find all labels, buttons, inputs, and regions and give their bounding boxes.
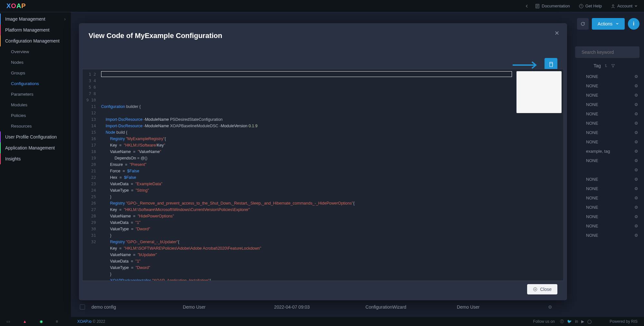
row-owner: Demo User (457, 304, 548, 310)
footer: ▭ ▲ ◉ ≡ XOAP.io © 2022 Follow us on ⓕ 🐦 … (0, 317, 644, 326)
code-editor[interactable]: 1 2 3 4 5 6 7 8 9 10 11 12 13 14 15 16 1… (82, 69, 564, 281)
nav-parameters[interactable]: Parameters (0, 89, 71, 100)
table-row[interactable]: NONE⚙ (585, 175, 639, 184)
help-icon (579, 4, 583, 8)
line-numbers: 1 2 3 4 5 6 7 8 9 10 11 12 13 14 15 16 1… (82, 69, 99, 281)
row-name: demo config (91, 304, 183, 310)
row-settings-icon[interactable]: ⚙ (634, 224, 638, 228)
table-row[interactable]: NONE⚙ (585, 156, 639, 165)
nav-modules[interactable]: Modules (0, 100, 71, 110)
table-row[interactable]: NONE⚙ (585, 81, 639, 91)
modal-title: View Code of MyExample Configuration (89, 32, 557, 40)
row-settings-icon[interactable]: ⚙ (634, 102, 638, 107)
table-row[interactable]: ⚙ (585, 165, 639, 175)
search-input[interactable] (575, 46, 639, 58)
row-settings-icon[interactable]: ⚙ (634, 196, 638, 200)
row-settings-icon[interactable]: ⚙ (634, 205, 638, 210)
row-settings-icon[interactable]: ⚙ (634, 93, 638, 98)
row-checkbox[interactable] (80, 304, 85, 310)
table-row[interactable]: NONE⚙ (585, 221, 639, 231)
table-row[interactable]: NONE⚙ (585, 91, 639, 100)
table-row[interactable]: example, tag⚙ (585, 147, 639, 156)
row-user: Demo User (183, 304, 274, 310)
footer-icon-2[interactable]: ▲ (23, 319, 27, 324)
linkedin-icon[interactable]: in (575, 319, 578, 324)
twitter-icon[interactable]: 🐦 (567, 319, 572, 324)
close-button[interactable]: Close (527, 284, 557, 294)
info-button[interactable]: i (628, 18, 639, 30)
footer-link[interactable]: XOAP.io (77, 319, 91, 324)
sort-icon[interactable] (604, 64, 608, 68)
refresh-icon (580, 21, 585, 26)
table-row[interactable]: NONE⚙ (585, 100, 639, 109)
row-settings-icon[interactable]: ⚙ (634, 177, 638, 182)
svg-rect-4 (550, 63, 553, 67)
table-row[interactable]: demo config Demo User 2022-04-07 09:03 C… (80, 302, 639, 312)
row-settings-icon[interactable]: ⚙ (634, 149, 638, 154)
nav-overview[interactable]: Overview (0, 46, 71, 57)
logo: XOAP (6, 2, 26, 10)
get-help-link[interactable]: Get Help (579, 4, 602, 8)
row-settings-icon[interactable]: ⚙ (634, 214, 638, 219)
chevron-down-icon (616, 22, 619, 25)
powered-by: Powered by RIS (610, 319, 638, 324)
nav-policies[interactable]: Policies (0, 110, 71, 121)
nav-configurations[interactable]: Configurations (0, 78, 71, 89)
footer-icon-4[interactable]: ≡ (56, 319, 58, 324)
view-code-modal: View Code of MyExample Configuration ✕ 1… (79, 23, 567, 300)
row-settings-icon[interactable]: ⚙ (634, 121, 638, 126)
row-settings-icon[interactable]: ⚙ (634, 83, 638, 88)
refresh-button[interactable] (577, 18, 589, 30)
modal-close-icon[interactable]: ✕ (554, 30, 559, 37)
actions-button[interactable]: Actions (592, 18, 625, 30)
row-settings-icon[interactable]: ⚙ (634, 111, 638, 116)
row-settings-icon[interactable]: ⚙ (634, 139, 638, 144)
user-icon (611, 4, 615, 8)
row-settings-icon[interactable]: ⚙ (634, 186, 638, 191)
row-type: ConfigurationWizard (365, 304, 457, 310)
nav-user-profile[interactable]: User Profile Configuration (0, 131, 71, 142)
table-row[interactable]: NONE⚙ (585, 231, 639, 240)
nav-groups[interactable]: Groups (0, 68, 71, 78)
table-row[interactable]: NONE⚙ (585, 119, 639, 128)
row-settings-icon[interactable]: ⚙ (634, 233, 638, 238)
row-settings-icon[interactable]: ⚙ (634, 130, 638, 135)
youtube-icon[interactable]: ▶ (581, 319, 584, 324)
row-settings-icon[interactable]: ⚙ (634, 168, 638, 172)
sidebar-collapse-icon[interactable] (525, 4, 529, 8)
documentation-link[interactable]: Documentation (535, 4, 570, 8)
chevron-down-icon (634, 5, 638, 8)
table-row[interactable]: NONE⚙ (585, 128, 639, 137)
row-settings-icon[interactable]: ⚙ (548, 304, 639, 310)
tag-column-header[interactable]: Tag (593, 63, 615, 68)
table-row[interactable]: NONE⚙ (585, 72, 639, 81)
account-menu[interactable]: Account (611, 4, 638, 8)
table-row[interactable]: NONE⚙ (585, 184, 639, 193)
nav-platform-management[interactable]: Platform Management (0, 24, 71, 35)
facebook-icon[interactable]: ⓕ (560, 319, 564, 324)
table-row[interactable]: NONE⚙ (585, 137, 639, 147)
row-settings-icon[interactable]: ⚙ (634, 158, 638, 163)
filter-icon[interactable] (611, 64, 615, 68)
nav-application-management[interactable]: Application Management (0, 142, 71, 153)
nav-image-management[interactable]: Image Management› (0, 14, 71, 24)
row-settings-icon[interactable]: ⚙ (634, 74, 638, 79)
code-content[interactable]: Configuration builder { Import-DscResour… (99, 69, 564, 281)
nav-nodes[interactable]: Nodes (0, 57, 71, 68)
footer-icon-1[interactable]: ▭ (6, 319, 10, 324)
table-row[interactable]: NONE⚙ (585, 203, 639, 212)
nav-resources[interactable]: Resources (0, 121, 71, 131)
nav-configuration-management[interactable]: Configuration Management (0, 35, 71, 46)
table-row[interactable]: NONE⚙ (585, 109, 639, 119)
svg-point-2 (612, 5, 614, 6)
nav-insights[interactable]: Insights (0, 153, 71, 164)
sidebar: Image Management› Platform Management Co… (0, 12, 71, 317)
table-row[interactable]: NONE⚙ (585, 193, 639, 203)
row-date: 2022-04-07 09:03 (274, 304, 365, 310)
document-icon (535, 4, 540, 8)
cursor-line (101, 71, 512, 77)
minimap[interactable] (516, 71, 562, 113)
github-icon[interactable]: ◯ (587, 319, 592, 324)
footer-icon-3[interactable]: ◉ (40, 319, 43, 324)
table-row[interactable]: NONE⚙ (585, 212, 639, 221)
